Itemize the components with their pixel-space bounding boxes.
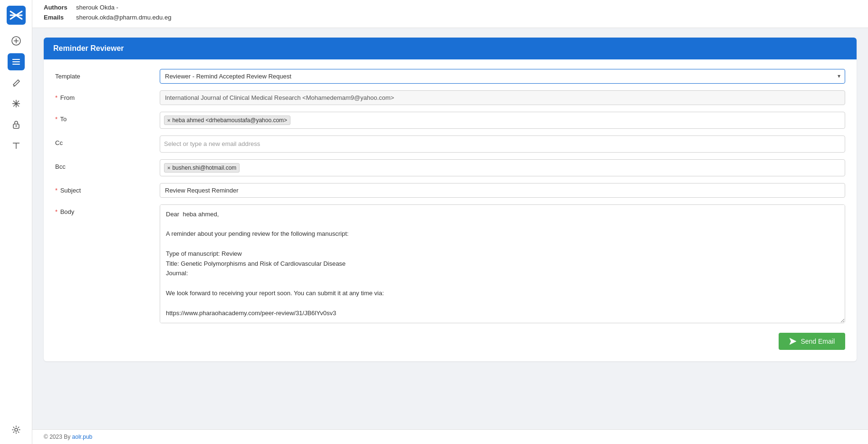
footer-text: © 2023 By <box>44 434 72 440</box>
cc-row: Cc Select or type a new email address <box>55 135 845 153</box>
bcc-row: Bcc × bushen.shi@hotmail.com <box>55 159 845 176</box>
template-select-wrapper: Reviewer - Remind Accepted Review Reques… <box>160 69 845 84</box>
to-control: × heba ahmed <drhebamoustafa@yahoo.com> <box>160 112 845 129</box>
authors-label: Authors <box>44 3 72 13</box>
card-header: Reminder Reviewer <box>44 38 857 59</box>
svg-rect-9 <box>12 64 20 65</box>
to-label: * To <box>55 112 160 123</box>
body-label: * Body <box>55 204 160 215</box>
gear-icon[interactable] <box>8 421 25 438</box>
sidebar <box>0 0 32 444</box>
card-title: Reminder Reviewer <box>53 44 124 52</box>
footer-link[interactable]: aolr.pub <box>72 434 93 440</box>
cc-placeholder: Select or type a new email address <box>164 139 260 148</box>
footer: © 2023 By aolr.pub <box>32 429 868 444</box>
authors-value: sherouk Okda - <box>76 3 118 13</box>
svg-rect-8 <box>12 61 20 62</box>
to-row: * To × heba ahmed <drhebamoustafa@yahoo.… <box>55 112 845 129</box>
from-row: * From <box>55 90 845 105</box>
template-row: Template Reviewer - Remind Accepted Revi… <box>55 69 845 84</box>
svg-point-17 <box>15 125 17 127</box>
from-label: * From <box>55 90 160 101</box>
body-row: * Body <box>55 204 845 325</box>
authors-row: Authors sherouk Okda - <box>44 3 857 13</box>
svg-rect-10 <box>12 59 14 60</box>
card-body: Template Reviewer - Remind Accepted Revi… <box>44 59 857 361</box>
body-textarea[interactable] <box>160 204 845 323</box>
subject-row: * Subject <box>55 183 845 198</box>
template-control: Reviewer - Remind Accepted Review Reques… <box>160 69 845 84</box>
to-tag-input[interactable]: × heba ahmed <drhebamoustafa@yahoo.com> <box>160 112 845 129</box>
body-control <box>160 204 845 325</box>
to-tag-label-0: heba ahmed <drhebamoustafa@yahoo.com> <box>172 117 287 124</box>
send-icon <box>789 338 797 345</box>
cc-control: Select or type a new email address <box>160 135 845 153</box>
edit-icon[interactable] <box>8 74 25 91</box>
to-tag-0: × heba ahmed <drhebamoustafa@yahoo.com> <box>164 116 290 125</box>
footer-link-label: aolr.pub <box>72 434 93 440</box>
bcc-tag-0: × bushen.shi@hotmail.com <box>164 163 240 173</box>
app-logo[interactable] <box>7 6 26 25</box>
emails-value: sherouk.okda@pharm.dmu.edu.eg <box>76 13 171 23</box>
body-required-star: * <box>55 208 58 215</box>
top-bar: Authors sherouk Okda - Emails sherouk.ok… <box>32 0 868 28</box>
bcc-tag-close-0[interactable]: × <box>167 165 170 171</box>
to-required-star: * <box>55 116 58 123</box>
bcc-control: × bushen.shi@hotmail.com <box>160 159 845 176</box>
subject-control <box>160 183 845 198</box>
send-email-label: Send Email <box>800 338 835 345</box>
from-control <box>160 90 845 105</box>
list-icon[interactable] <box>8 53 25 70</box>
page-content: Reminder Reviewer Template Reviewer - Re… <box>32 28 868 429</box>
template-label: Template <box>55 69 160 80</box>
from-input[interactable] <box>160 90 845 105</box>
svg-point-20 <box>15 428 18 431</box>
template-select[interactable]: Reviewer - Remind Accepted Review Reques… <box>160 69 845 84</box>
emails-row: Emails sherouk.okda@pharm.dmu.edu.eg <box>44 13 857 23</box>
emails-label: Emails <box>44 13 72 23</box>
bcc-tag-input[interactable]: × bushen.shi@hotmail.com <box>160 159 845 176</box>
from-required-star: * <box>55 94 58 101</box>
main-content: Authors sherouk Okda - Emails sherouk.ok… <box>32 0 868 444</box>
text-icon[interactable] <box>8 137 25 154</box>
sidebar-bottom <box>8 421 25 438</box>
bcc-tag-label-0: bushen.shi@hotmail.com <box>172 164 236 171</box>
cc-label: Cc <box>55 135 160 146</box>
lock-icon[interactable] <box>8 116 25 133</box>
subject-input[interactable] <box>160 183 845 198</box>
star-icon[interactable] <box>8 95 25 112</box>
subject-label: * Subject <box>55 183 160 194</box>
cc-tag-input[interactable]: Select or type a new email address <box>160 135 845 153</box>
subject-required-star: * <box>55 187 58 194</box>
send-email-button[interactable]: Send Email <box>779 333 845 350</box>
sidebar-top <box>7 6 26 154</box>
to-tag-close-0[interactable]: × <box>167 117 170 123</box>
reminder-reviewer-card: Reminder Reviewer Template Reviewer - Re… <box>44 38 857 361</box>
send-row: Send Email <box>55 333 845 350</box>
plus-icon[interactable] <box>8 32 25 49</box>
bcc-label: Bcc <box>55 159 160 170</box>
